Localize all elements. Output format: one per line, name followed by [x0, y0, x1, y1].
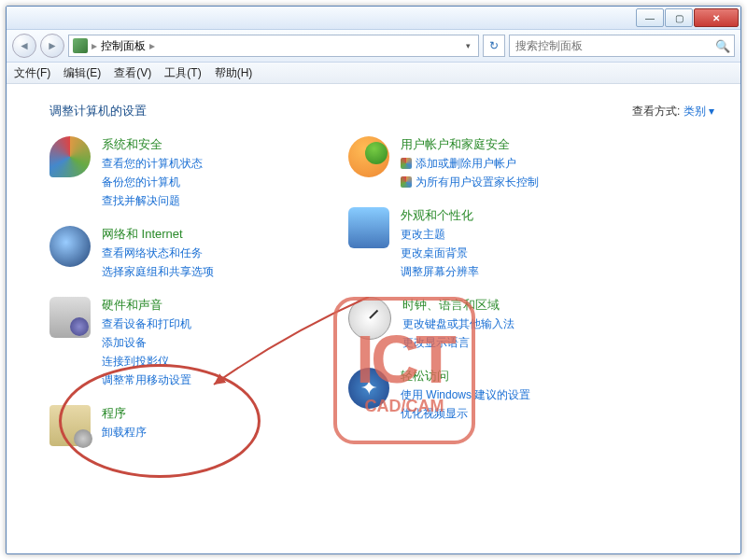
link-add-device[interactable]: 添加设备 — [102, 334, 191, 351]
menu-help[interactable]: 帮助(H) — [215, 65, 253, 81]
menu-file[interactable]: 文件(F) — [14, 65, 50, 81]
search-icon[interactable]: 🔍 — [715, 39, 730, 53]
category-system-security: 系统和安全 查看您的计算机状态 备份您的计算机 查找并解决问题 — [49, 136, 320, 209]
link-recommended-settings[interactable]: 使用 Windows 建议的设置 — [401, 386, 530, 403]
ease-of-access-icon: ✦ — [348, 368, 389, 409]
monitor-icon — [348, 207, 389, 248]
back-button[interactable]: ◄ — [12, 34, 36, 58]
breadcrumb-sep-icon: ▸ — [149, 39, 155, 52]
box-icon — [49, 405, 91, 446]
category-title-hardware-sound[interactable]: 硬件和声音 — [102, 297, 191, 314]
category-network: 网络和 Internet 查看网络状态和任务 选择家庭组和共享选项 — [49, 226, 320, 280]
forward-button[interactable]: ► — [40, 34, 64, 58]
view-mode: 查看方式: 类别 ▾ — [632, 104, 714, 119]
viewmode-dropdown[interactable]: 类别 ▾ — [684, 105, 714, 118]
category-title-ease-of-access[interactable]: 轻松访问 — [401, 368, 530, 385]
content-area: 调整计算机的设置 查看方式: 类别 ▾ 系统和安全 查看您的计算机状态 备份您的… — [7, 84, 740, 553]
menu-view[interactable]: 查看(V) — [114, 65, 151, 81]
category-clock-region: 时钟、语言和区域 更改键盘或其他输入法 更改显示语言 — [348, 297, 714, 351]
link-change-theme[interactable]: 更改主题 — [401, 226, 479, 243]
globe-icon — [49, 226, 91, 267]
uac-shield-icon — [401, 176, 412, 188]
address-bar[interactable]: ▸ 控制面板 ▸ ▾ — [68, 35, 479, 57]
link-find-fix-problems[interactable]: 查找并解决问题 — [102, 192, 203, 209]
printer-icon — [49, 297, 91, 338]
category-title-clock-region[interactable]: 时钟、语言和区域 — [402, 297, 514, 314]
control-panel-icon — [73, 38, 88, 53]
link-change-language[interactable]: 更改显示语言 — [402, 334, 514, 351]
clock-icon — [348, 297, 391, 340]
close-button[interactable]: ✕ — [694, 8, 739, 27]
category-user-accounts: 用户帐户和家庭安全 添加或删除用户帐户 为所有用户设置家长控制 — [348, 136, 714, 190]
link-view-computer-status[interactable]: 查看您的计算机状态 — [102, 155, 203, 172]
address-dropdown-icon[interactable]: ▾ — [462, 41, 474, 50]
shield-icon — [49, 136, 91, 177]
search-box[interactable]: 🔍 — [509, 35, 735, 57]
navigation-bar: ◄ ► ▸ 控制面板 ▸ ▾ ↻ 🔍 — [7, 30, 740, 63]
link-optimize-display[interactable]: 优化视频显示 — [401, 405, 530, 422]
link-change-background[interactable]: 更改桌面背景 — [401, 245, 479, 261]
category-hardware-sound: 硬件和声音 查看设备和打印机 添加设备 连接到投影仪 调整常用移动设置 — [49, 297, 320, 388]
category-ease-of-access: ✦ 轻松访问 使用 Windows 建议的设置 优化视频显示 — [348, 368, 714, 422]
link-devices-printers[interactable]: 查看设备和打印机 — [102, 315, 191, 332]
link-screen-resolution[interactable]: 调整屏幕分辨率 — [401, 263, 479, 280]
maximize-button[interactable]: ▢ — [665, 8, 693, 27]
breadcrumb-sep-icon: ▸ — [92, 39, 97, 52]
menu-bar: 文件(F) 编辑(E) 查看(V) 工具(T) 帮助(H) — [7, 63, 740, 84]
link-mobility-settings[interactable]: 调整常用移动设置 — [102, 371, 191, 388]
category-title-appearance[interactable]: 外观和个性化 — [401, 207, 479, 224]
link-network-status[interactable]: 查看网络状态和任务 — [102, 245, 214, 261]
viewmode-label: 查看方式: — [632, 105, 680, 118]
link-uninstall-program[interactable]: 卸载程序 — [102, 424, 147, 441]
refresh-button[interactable]: ↻ — [483, 35, 505, 57]
users-icon — [348, 136, 389, 177]
category-title-network[interactable]: 网络和 Internet — [102, 226, 214, 243]
link-add-remove-accounts[interactable]: 添加或删除用户帐户 — [416, 155, 516, 172]
category-programs: 程序 卸载程序 — [49, 405, 320, 446]
link-backup-computer[interactable]: 备份您的计算机 — [102, 174, 203, 190]
category-title-programs[interactable]: 程序 — [102, 405, 147, 422]
category-column-right: 用户帐户和家庭安全 添加或删除用户帐户 为所有用户设置家长控制 — [348, 136, 714, 446]
category-appearance: 外观和个性化 更改主题 更改桌面背景 调整屏幕分辨率 — [348, 207, 714, 280]
search-input[interactable] — [514, 38, 715, 53]
menu-tools[interactable]: 工具(T) — [164, 65, 201, 81]
control-panel-window: — ▢ ✕ ◄ ► ▸ 控制面板 ▸ ▾ ↻ 🔍 文件(F) 编辑(E) 查看(… — [6, 6, 741, 554]
category-title-user-accounts[interactable]: 用户帐户和家庭安全 — [401, 136, 539, 153]
titlebar: — ▢ ✕ — [7, 7, 740, 30]
link-parental-controls[interactable]: 为所有用户设置家长控制 — [416, 174, 539, 190]
uac-shield-icon — [401, 158, 412, 169]
link-homegroup-sharing[interactable]: 选择家庭组和共享选项 — [102, 263, 214, 280]
link-change-keyboard[interactable]: 更改键盘或其他输入法 — [402, 315, 514, 332]
page-title: 调整计算机的设置 — [49, 103, 147, 119]
category-column-left: 系统和安全 查看您的计算机状态 备份您的计算机 查找并解决问题 网络和 Inte… — [49, 136, 320, 446]
breadcrumb-item[interactable]: 控制面板 — [101, 38, 146, 54]
link-connect-projector[interactable]: 连接到投影仪 — [102, 353, 191, 370]
category-title-system-security[interactable]: 系统和安全 — [102, 136, 203, 153]
minimize-button[interactable]: — — [636, 8, 664, 27]
menu-edit[interactable]: 编辑(E) — [63, 65, 101, 81]
